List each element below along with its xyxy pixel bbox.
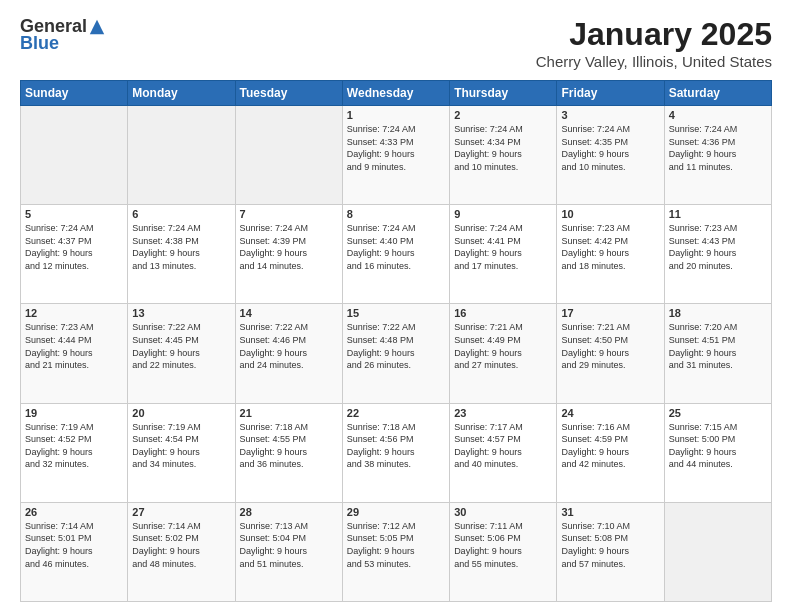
cell-day-number: 8 [347,208,445,220]
cell-info: Sunrise: 7:24 AM Sunset: 4:39 PM Dayligh… [240,222,338,272]
calendar-day-header: Tuesday [235,81,342,106]
cell-day-number: 19 [25,407,123,419]
cell-info: Sunrise: 7:19 AM Sunset: 4:52 PM Dayligh… [25,421,123,471]
cell-info: Sunrise: 7:24 AM Sunset: 4:38 PM Dayligh… [132,222,230,272]
calendar-cell [128,106,235,205]
calendar-cell: 6Sunrise: 7:24 AM Sunset: 4:38 PM Daylig… [128,205,235,304]
cell-day-number: 11 [669,208,767,220]
calendar-cell: 11Sunrise: 7:23 AM Sunset: 4:43 PM Dayli… [664,205,771,304]
logo-icon [88,18,106,36]
cell-day-number: 24 [561,407,659,419]
cell-info: Sunrise: 7:20 AM Sunset: 4:51 PM Dayligh… [669,321,767,371]
cell-day-number: 20 [132,407,230,419]
calendar-week-row: 5Sunrise: 7:24 AM Sunset: 4:37 PM Daylig… [21,205,772,304]
calendar-cell: 17Sunrise: 7:21 AM Sunset: 4:50 PM Dayli… [557,304,664,403]
cell-info: Sunrise: 7:24 AM Sunset: 4:36 PM Dayligh… [669,123,767,173]
cell-day-number: 5 [25,208,123,220]
calendar-week-row: 1Sunrise: 7:24 AM Sunset: 4:33 PM Daylig… [21,106,772,205]
calendar-cell: 27Sunrise: 7:14 AM Sunset: 5:02 PM Dayli… [128,502,235,601]
cell-day-number: 26 [25,506,123,518]
calendar-cell: 5Sunrise: 7:24 AM Sunset: 4:37 PM Daylig… [21,205,128,304]
calendar-week-row: 12Sunrise: 7:23 AM Sunset: 4:44 PM Dayli… [21,304,772,403]
calendar-cell: 30Sunrise: 7:11 AM Sunset: 5:06 PM Dayli… [450,502,557,601]
cell-day-number: 3 [561,109,659,121]
cell-day-number: 1 [347,109,445,121]
cell-day-number: 10 [561,208,659,220]
calendar-cell: 1Sunrise: 7:24 AM Sunset: 4:33 PM Daylig… [342,106,449,205]
calendar-cell [664,502,771,601]
cell-info: Sunrise: 7:17 AM Sunset: 4:57 PM Dayligh… [454,421,552,471]
calendar-day-header: Saturday [664,81,771,106]
page-subtitle: Cherry Valley, Illinois, United States [536,53,772,70]
cell-info: Sunrise: 7:23 AM Sunset: 4:43 PM Dayligh… [669,222,767,272]
cell-day-number: 27 [132,506,230,518]
cell-day-number: 15 [347,307,445,319]
calendar-week-row: 26Sunrise: 7:14 AM Sunset: 5:01 PM Dayli… [21,502,772,601]
calendar-day-header: Thursday [450,81,557,106]
cell-info: Sunrise: 7:16 AM Sunset: 4:59 PM Dayligh… [561,421,659,471]
cell-info: Sunrise: 7:12 AM Sunset: 5:05 PM Dayligh… [347,520,445,570]
page-title: January 2025 [536,16,772,53]
calendar-cell [235,106,342,205]
cell-info: Sunrise: 7:21 AM Sunset: 4:49 PM Dayligh… [454,321,552,371]
calendar-cell: 14Sunrise: 7:22 AM Sunset: 4:46 PM Dayli… [235,304,342,403]
calendar-cell [21,106,128,205]
calendar-cell: 19Sunrise: 7:19 AM Sunset: 4:52 PM Dayli… [21,403,128,502]
cell-day-number: 17 [561,307,659,319]
cell-info: Sunrise: 7:24 AM Sunset: 4:34 PM Dayligh… [454,123,552,173]
calendar-week-row: 19Sunrise: 7:19 AM Sunset: 4:52 PM Dayli… [21,403,772,502]
calendar-cell: 26Sunrise: 7:14 AM Sunset: 5:01 PM Dayli… [21,502,128,601]
cell-info: Sunrise: 7:14 AM Sunset: 5:01 PM Dayligh… [25,520,123,570]
calendar-cell: 25Sunrise: 7:15 AM Sunset: 5:00 PM Dayli… [664,403,771,502]
calendar-header-row: SundayMondayTuesdayWednesdayThursdayFrid… [21,81,772,106]
cell-day-number: 18 [669,307,767,319]
calendar-cell: 21Sunrise: 7:18 AM Sunset: 4:55 PM Dayli… [235,403,342,502]
cell-info: Sunrise: 7:18 AM Sunset: 4:55 PM Dayligh… [240,421,338,471]
calendar-cell: 24Sunrise: 7:16 AM Sunset: 4:59 PM Dayli… [557,403,664,502]
calendar-cell: 10Sunrise: 7:23 AM Sunset: 4:42 PM Dayli… [557,205,664,304]
cell-day-number: 9 [454,208,552,220]
cell-info: Sunrise: 7:24 AM Sunset: 4:35 PM Dayligh… [561,123,659,173]
cell-info: Sunrise: 7:24 AM Sunset: 4:37 PM Dayligh… [25,222,123,272]
svg-marker-0 [90,19,104,33]
cell-day-number: 22 [347,407,445,419]
cell-info: Sunrise: 7:24 AM Sunset: 4:33 PM Dayligh… [347,123,445,173]
cell-day-number: 28 [240,506,338,518]
title-block: January 2025 Cherry Valley, Illinois, Un… [536,16,772,70]
calendar-cell: 23Sunrise: 7:17 AM Sunset: 4:57 PM Dayli… [450,403,557,502]
calendar-cell: 7Sunrise: 7:24 AM Sunset: 4:39 PM Daylig… [235,205,342,304]
calendar-cell: 4Sunrise: 7:24 AM Sunset: 4:36 PM Daylig… [664,106,771,205]
calendar-day-header: Sunday [21,81,128,106]
cell-day-number: 6 [132,208,230,220]
calendar-cell: 9Sunrise: 7:24 AM Sunset: 4:41 PM Daylig… [450,205,557,304]
calendar-cell: 15Sunrise: 7:22 AM Sunset: 4:48 PM Dayli… [342,304,449,403]
cell-day-number: 23 [454,407,552,419]
cell-day-number: 21 [240,407,338,419]
calendar-cell: 2Sunrise: 7:24 AM Sunset: 4:34 PM Daylig… [450,106,557,205]
cell-info: Sunrise: 7:22 AM Sunset: 4:46 PM Dayligh… [240,321,338,371]
cell-day-number: 7 [240,208,338,220]
calendar-day-header: Friday [557,81,664,106]
cell-day-number: 14 [240,307,338,319]
cell-info: Sunrise: 7:18 AM Sunset: 4:56 PM Dayligh… [347,421,445,471]
cell-info: Sunrise: 7:19 AM Sunset: 4:54 PM Dayligh… [132,421,230,471]
cell-info: Sunrise: 7:23 AM Sunset: 4:42 PM Dayligh… [561,222,659,272]
calendar-table: SundayMondayTuesdayWednesdayThursdayFrid… [20,80,772,602]
calendar-cell: 31Sunrise: 7:10 AM Sunset: 5:08 PM Dayli… [557,502,664,601]
cell-day-number: 16 [454,307,552,319]
calendar-cell: 18Sunrise: 7:20 AM Sunset: 4:51 PM Dayli… [664,304,771,403]
cell-day-number: 31 [561,506,659,518]
cell-info: Sunrise: 7:23 AM Sunset: 4:44 PM Dayligh… [25,321,123,371]
cell-day-number: 4 [669,109,767,121]
logo: General Blue [20,16,107,54]
cell-info: Sunrise: 7:22 AM Sunset: 4:45 PM Dayligh… [132,321,230,371]
cell-info: Sunrise: 7:22 AM Sunset: 4:48 PM Dayligh… [347,321,445,371]
cell-day-number: 13 [132,307,230,319]
calendar-cell: 12Sunrise: 7:23 AM Sunset: 4:44 PM Dayli… [21,304,128,403]
cell-day-number: 2 [454,109,552,121]
cell-info: Sunrise: 7:13 AM Sunset: 5:04 PM Dayligh… [240,520,338,570]
calendar-cell: 28Sunrise: 7:13 AM Sunset: 5:04 PM Dayli… [235,502,342,601]
cell-day-number: 25 [669,407,767,419]
calendar-cell: 13Sunrise: 7:22 AM Sunset: 4:45 PM Dayli… [128,304,235,403]
logo-blue-text: Blue [20,33,59,54]
